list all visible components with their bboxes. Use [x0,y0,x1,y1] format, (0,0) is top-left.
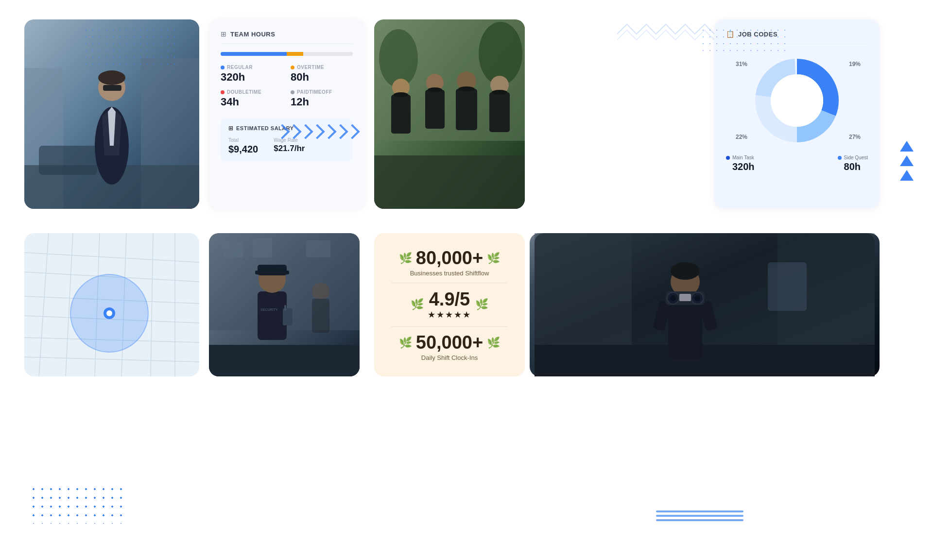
triangle-1 [900,141,914,152]
wage-rate-item: Wage Rate $21.7/hr [274,137,305,155]
progress-rest-fill [303,52,353,56]
dash-line-2 [656,515,743,517]
chevron-7 [345,124,360,139]
team-hours-title: TEAM HOURS [230,31,275,38]
laurel-left-3: 🌿 [399,337,412,349]
doubletime-value: 34h [221,96,283,108]
progress-regular-fill [221,52,287,56]
clockins-number: 50,000+ [416,333,483,353]
overtime-hours-item: OVERTIME 80h [291,65,353,84]
progress-overtime-fill [287,52,303,56]
svg-point-51 [106,310,112,316]
rating-laurel: 🌿 4.9/5 ★★★★★ 🌿 [392,289,507,321]
total-value: $9,420 [228,144,258,155]
job-codes-legend: Main Task 320h Side Quest 80h [726,155,868,172]
paidtimeoff-value: 12h [291,96,353,108]
businesses-desc: Businesses trusted Shiftflow [392,270,507,277]
dash-line-3 [656,519,743,521]
salary-icon: ⊞ [228,125,233,132]
guard-binos-photo [530,233,880,376]
wage-rate-value: $21.7/hr [274,144,305,153]
paidtimeoff-dot [291,90,294,94]
legend-side-quest: Side Quest 80h [838,155,868,172]
businesses-laurel: 🌿 80,000+ 🌿 [392,248,507,269]
stat-divider-2 [392,326,507,327]
rating-stat: 🌿 4.9/5 ★★★★★ 🌿 [392,289,507,321]
regular-dot [221,66,225,69]
doubletime-label: DOUBLETIME [221,89,283,95]
laurel-left-2: 🌿 [411,298,424,311]
donut-chart-container: 31% 19% 22% 27% [726,52,868,149]
main-task-dot [726,156,730,160]
regular-hours-item: REGULAR 320h [221,65,283,84]
map-card [24,233,199,376]
team-hours-card: ⊞ TEAM HOURS REGULAR 320h OVERTIM [209,19,364,209]
donut-label-31-pct: 31% [736,61,747,68]
salary-data-row: Total $9,420 Wage Rate $21.7/hr [228,137,345,155]
side-quest-value: 80h [838,161,868,172]
svg-rect-29 [374,19,525,209]
regular-value: 320h [221,71,283,84]
main-task-value: 320h [726,161,755,172]
legend-main-task: Main Task 320h [726,155,755,172]
side-quest-label: Side Quest [838,155,868,160]
svg-point-34 [771,74,823,127]
rating-number: 4.9/5 [428,289,471,310]
regular-label: REGULAR [221,65,283,70]
laurel-left-1: 🌿 [399,252,412,265]
total-salary-item: Total $9,420 [228,137,258,155]
spacer-col4 [530,19,705,223]
donut-label-27-pct: 27% [849,134,861,140]
clockins-desc: Daily Shift Clock-Ins [392,354,507,361]
dash-line-1 [656,510,743,512]
clockins-stat: 🌿 50,000+ 🌿 Daily Shift Clock-Ins [392,333,507,361]
chevron-arrows [277,126,358,137]
team-hours-header: ⊞ TEAM HOURS [221,30,353,44]
side-quest-dot [838,156,842,160]
laurel-right-2: 🌿 [475,298,488,311]
donut-label-22-pct: 22% [736,134,747,140]
guard-group-photo [374,19,525,209]
laurel-right-3: 🌿 [487,337,500,349]
stat-divider-1 [392,283,507,283]
paidtimeoff-hours-item: PAIDTIMEOFF 12h [291,89,353,108]
triangle-decorations [900,141,914,181]
total-label: Total [228,137,258,143]
doubletime-hours-item: DOUBLETIME 34h [221,89,283,108]
dash-lines-decoration [656,510,743,521]
overtime-value: 80h [291,71,353,84]
stats-card: 🌿 80,000+ 🌿 Businesses trusted Shiftflow… [374,233,525,376]
team-hours-icon: ⊞ [221,30,226,38]
businesses-number: 80,000+ [416,248,483,269]
paidtimeoff-label: PAIDTIMEOFF [291,89,353,95]
wage-rate-label: Wage Rate [274,137,305,143]
rating-stars: ★★★★★ [428,309,471,320]
dots-decoration-bl [29,485,126,524]
svg-rect-86 [535,233,875,376]
estimated-salary-section: ⊞ ESTIMATED SALARY Total $9,420 Wage Rat… [221,118,353,162]
zigzag-decoration [617,19,714,46]
donut-chart-svg [748,52,846,149]
donut-label-19-pct: 19% [849,61,861,68]
businesses-stat: 🌿 80,000+ 🌿 Businesses trusted Shiftflow [392,248,507,277]
overtime-label: OVERTIME [291,65,353,70]
guard-radio-photo: SECURITY [209,233,360,376]
doubletime-dot [221,90,225,94]
main-task-label: Main Task [726,155,755,160]
triangle-3 [900,170,914,181]
hours-progress-bar [221,52,353,56]
laurel-right-1: 🌿 [487,252,500,265]
triangle-2 [900,155,914,166]
overtime-dot [291,66,294,69]
clockins-laurel: 🌿 50,000+ 🌿 [392,333,507,353]
hours-grid: REGULAR 320h OVERTIME 80h DOUBLETIME 34h [221,65,353,108]
dots-decoration-tl [83,27,180,70]
svg-rect-68 [209,233,360,376]
